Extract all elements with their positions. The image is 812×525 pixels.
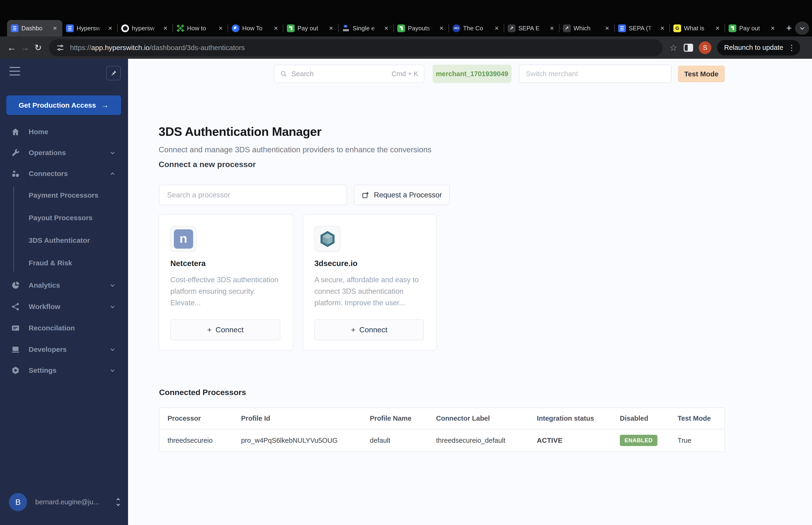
tab-what-is[interactable]: G What is <box>670 20 725 36</box>
share-nodes-icon <box>11 302 20 312</box>
tab-close-icon[interactable] <box>162 24 169 32</box>
hyperswitch-favicon-icon <box>66 25 74 32</box>
card-lines-icon <box>11 323 20 333</box>
browser-menu-icon[interactable] <box>788 43 796 52</box>
request-processor-button[interactable]: Request a Processor <box>354 185 450 205</box>
gocardless-favicon-icon: G <box>673 25 681 32</box>
sidebar-item-reconcilation[interactable]: Reconcilation <box>0 317 128 339</box>
tab-title: Pay out <box>739 25 766 32</box>
tab-close-icon[interactable] <box>493 24 501 32</box>
page-subtitle: Connect and manage 3DS authentication pr… <box>158 145 431 154</box>
connectors-submenu: Payment Processors Payout Processors 3DS… <box>0 184 128 274</box>
connect-3dsecureio-button[interactable]: Connect <box>315 319 424 340</box>
sidebar-item-payment-processors[interactable]: Payment Processors <box>0 184 128 207</box>
pie-chart-icon <box>11 280 20 290</box>
tab-pay-out[interactable]: Pay out <box>283 20 338 36</box>
switch-merchant-input[interactable] <box>525 70 665 78</box>
user-account-row[interactable]: B bernard.eugine@ju... <box>9 493 119 511</box>
sidebar-item-3ds-authenticator[interactable]: 3DS Authenticator <box>0 229 128 252</box>
tab-dashboard[interactable]: Dashbo <box>7 20 62 36</box>
tab-close-icon[interactable] <box>438 24 445 32</box>
google-docs-favicon-icon <box>618 25 626 32</box>
tab-title: How To <box>242 25 269 32</box>
browser-profile-avatar[interactable]: S <box>699 41 711 54</box>
cell-test-mode: True <box>678 437 724 445</box>
tab-list-dropdown-button[interactable] <box>795 21 809 35</box>
tab-pay-out-2[interactable]: Pay out <box>725 20 780 36</box>
sidebar-item-label: Workflow <box>29 303 60 311</box>
plus-icon <box>351 325 355 334</box>
sidebar-item-home[interactable]: Home <box>0 121 128 142</box>
tab-sepa-e[interactable]: SEPA E <box>504 20 559 36</box>
sidebar-subitem-label: 3DS Authenticator <box>29 236 90 244</box>
tab-how-to-2[interactable]: How To <box>228 20 283 36</box>
tab-title: Dashbo <box>21 25 48 32</box>
search-input[interactable] <box>291 70 392 78</box>
search-icon <box>280 70 287 77</box>
address-bar[interactable]: https://app.hyperswitch.io/dashboard/3ds… <box>49 39 662 56</box>
green-square-favicon-icon <box>397 25 405 32</box>
tab-close-icon[interactable] <box>382 24 390 32</box>
processor-card-description: A secure, affordable and easy to connect… <box>315 274 427 309</box>
user-avatar: B <box>9 493 27 511</box>
sidebar-item-fraud-risk[interactable]: Fraud & Risk <box>0 252 128 274</box>
sidebar-item-payout-processors[interactable]: Payout Processors <box>0 207 128 229</box>
trend-chart-favicon-icon <box>563 25 571 32</box>
tab-which[interactable]: Which <box>559 20 614 36</box>
tab-close-icon[interactable] <box>51 24 59 32</box>
tab-title: SEPA E <box>518 25 545 32</box>
side-panel-icon[interactable] <box>684 44 693 52</box>
tab-close-icon[interactable] <box>327 24 335 32</box>
back-button[interactable] <box>5 41 18 54</box>
tab-single-e[interactable]: Single e <box>338 20 394 36</box>
sidebar-item-connectors[interactable]: Connectors <box>0 163 128 184</box>
tab-payouts[interactable]: Payouts <box>394 20 449 36</box>
sidebar-item-developers[interactable]: Developers <box>0 339 128 360</box>
new-tab-button[interactable] <box>782 21 796 34</box>
table-row[interactable]: threedsecureio pro_w4PqS6lkebNULYVu5OUG … <box>159 429 724 451</box>
tab-close-icon[interactable] <box>272 24 280 32</box>
get-production-access-button[interactable]: Get Production Access <box>6 95 121 115</box>
site-settings-icon[interactable] <box>56 44 64 52</box>
forward-button[interactable] <box>18 41 31 54</box>
hamburger-menu-icon[interactable] <box>10 67 20 75</box>
sidebar-item-label: Developers <box>29 345 67 354</box>
cell-profile-name: default <box>370 437 436 445</box>
switch-merchant-field[interactable] <box>519 65 672 83</box>
tab-github[interactable]: hypersw <box>118 20 173 36</box>
sidebar-subitem-label: Fraud & Risk <box>29 259 72 267</box>
sidebar-item-operations[interactable]: Operations <box>0 142 128 163</box>
relaunch-to-update-button[interactable]: Relaunch to update <box>717 40 800 56</box>
reload-button[interactable] <box>31 41 45 54</box>
tab-close-icon[interactable] <box>769 24 777 32</box>
sidebar-item-settings[interactable]: Settings <box>0 360 128 381</box>
tab-sepa-doc[interactable]: SEPA (T <box>614 20 670 36</box>
netcetera-logo-tile: n <box>170 226 196 252</box>
bookmark-star-icon[interactable] <box>667 42 679 54</box>
tab-close-icon[interactable] <box>603 24 611 32</box>
processor-search-input[interactable] <box>167 191 339 199</box>
chevron-down-icon <box>111 347 114 351</box>
tab-close-icon[interactable] <box>217 24 225 32</box>
tab-close-icon[interactable] <box>714 24 722 32</box>
sidebar-item-analytics[interactable]: Analytics <box>0 274 128 296</box>
wrench-icon <box>11 148 20 158</box>
user-email: bernard.eugine@ju... <box>35 498 116 506</box>
tab-close-icon[interactable] <box>658 24 666 32</box>
tab-hyperswitch[interactable]: Hypersw <box>62 20 118 36</box>
tab-the-co[interactable]: ACI The Co <box>449 20 504 36</box>
tab-close-icon[interactable] <box>548 24 556 32</box>
sidebar: Get Production Access Home Operations <box>0 59 128 525</box>
connect-netcetera-button[interactable]: Connect <box>170 319 280 340</box>
sidebar-item-workflow[interactable]: Workflow <box>0 296 128 317</box>
test-mode-button[interactable]: Test Mode <box>678 65 725 82</box>
cta-label: Get Production Access <box>19 101 96 109</box>
expand-account-icon[interactable] <box>117 499 119 506</box>
processor-search-field[interactable] <box>159 185 347 205</box>
tab-how-to[interactable]: How to <box>173 20 228 36</box>
enabled-badge: ENABLED <box>620 435 657 446</box>
global-search[interactable]: Cmd + K <box>274 65 424 83</box>
request-processor-label: Request a Processor <box>374 191 442 199</box>
tab-close-icon[interactable] <box>106 24 114 32</box>
pin-sidebar-button[interactable] <box>106 66 121 80</box>
